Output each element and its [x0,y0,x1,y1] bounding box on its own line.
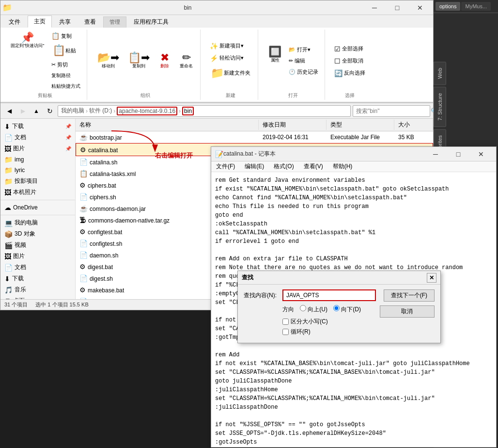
path-pc: 我的电脑 [61,107,84,115]
new-item-button[interactable]: ✨新建项目▾ [207,41,246,51]
ribbon-group-new: ✨新建项目▾ ⚡轻松访问▾ 📁 新建文件夹 新建 [203,30,258,100]
sidebar-item-download2[interactable]: ⬇ 下载 [0,273,75,284]
pin-button[interactable]: 📌 固定到"快速访问" [7,31,47,50]
search-input[interactable] [356,108,429,114]
sidebar-item-photos[interactable]: 🖼 本机照片 [0,187,75,198]
invert-select-button[interactable]: 🔄反向选择 [332,68,368,79]
move-to-button[interactable]: 📂➡ 移动到 [94,50,123,71]
search-box: 🔍 [353,105,430,117]
tab-apptool[interactable]: 应用程序工具 [127,16,175,28]
rename-button[interactable]: ✏ 重命名 [176,50,196,71]
sidebar-item-pictures2[interactable]: 🖼 图片 [0,251,75,262]
col-date[interactable]: 修改日期 [259,120,327,130]
find-next-button[interactable]: 查找下一个(F) [384,289,435,302]
vtab-web[interactable]: Web [434,62,446,85]
sidebar-item-video[interactable]: 🎬 视频 [0,240,75,251]
find-title-text: 查找 [242,273,253,282]
find-cancel-button[interactable]: 取消 [380,305,435,318]
find-buttons: 查找下一个(F) 取消 [380,289,435,318]
maximize-button[interactable]: □ [386,0,408,15]
edit-button[interactable]: ✏ 编辑 [286,56,321,66]
file-icon: ⚙ [79,181,86,189]
file-row[interactable]: ☕bootstrap.jar 2019-02-04 16:31 Executab… [76,131,433,143]
notepad-menu-edit[interactable]: 编辑(E) [240,161,269,172]
paste-button[interactable]: 📋 粘贴 [49,42,83,59]
direction-label: 方向 [282,305,294,314]
direction-up-radio[interactable] [300,305,306,311]
copy-path-button[interactable]: 复制路径 [49,71,83,80]
delete-button[interactable]: ✖ 删除 [155,50,174,71]
sidebar-item-desktop[interactable]: 🖥 桌面 [0,295,75,299]
notepad-maximize[interactable]: □ [447,147,469,161]
find-search-input[interactable] [282,289,376,301]
direction-down-radio[interactable] [333,305,340,311]
sidebar-item-lyric[interactable]: 📁 lyric [0,165,75,176]
notepad-close[interactable]: ✕ [470,147,492,161]
sidebar-item-projects[interactable]: 📁 投影项目 [0,176,75,187]
refresh-button[interactable]: ↻ [44,105,56,117]
select-all-button[interactable]: ☑全部选择 [332,44,366,54]
history-button[interactable]: 🕐 历史记录 [286,67,321,77]
col-name[interactable]: 名称 [76,120,259,130]
top-tabs: options MyMus... [434,0,498,13]
sidebar-item-docs[interactable]: 📄 文档 📌 [0,132,75,143]
tab-file[interactable]: 文件 [2,16,27,28]
easy-access-button[interactable]: ⚡轻松访问▾ [207,53,246,64]
notepad-menu-help[interactable]: 帮助(H) [328,161,358,172]
tab-share[interactable]: 共享 [53,16,77,28]
cut-button[interactable]: ✂ 剪切 [49,60,83,70]
close-button[interactable]: ✕ [409,0,431,15]
deselect-all-button[interactable]: ☐全部取消 [332,56,366,66]
copy-button[interactable]: 📋复制 [49,31,83,41]
find-close-button[interactable]: ✕ [427,273,436,283]
tab-home[interactable]: 主页 [28,16,52,28]
col-size[interactable]: 大小 [394,120,433,130]
notepad-menu-file[interactable]: 文件(F) [211,161,240,172]
pin-icon-pics[interactable]: 📌 [65,146,71,151]
sidebar-item-onedrive[interactable]: ☁ OneDrive [0,202,75,213]
open-button[interactable]: 📂 打开▾ [286,45,321,55]
forward-button[interactable]: ▶ [17,105,29,117]
pin-icon-docs[interactable]: 📌 [65,135,71,140]
new-folder-button[interactable]: 📁 新建文件夹 [207,65,254,81]
col-type[interactable]: 类型 [327,120,394,130]
tab-view[interactable]: 查看 [78,16,102,28]
sidebar-item-img[interactable]: 📁 img [0,154,75,165]
sidebar-item-music[interactable]: 🎵 音乐 [0,284,75,295]
projects-icon: 📁 [4,177,13,185]
sidebar-item-mypc[interactable]: 💻 我的电脑 [0,217,75,228]
tab-manage[interactable]: 管理 [103,16,126,28]
sidebar-item-docs2[interactable]: 📄 文档 [0,262,75,273]
paste-shortcut-button[interactable]: 粘贴快捷方式 [49,81,83,91]
path-tomcat: apache-tomcat-9.0.16 [117,107,177,115]
file-size: 35 KB [394,133,433,142]
title-bar-icons: 📁 [2,3,12,12]
sidebar-item-3d[interactable]: 📦 3D 对象 [0,228,75,240]
pin-icon[interactable]: 📌 [65,124,71,129]
minimize-button[interactable]: ─ [363,0,386,15]
case-check-row: 区分大小写(C) [282,318,376,326]
sidebar-item-download[interactable]: ⬇ 下载 📌 [0,121,75,132]
case-checkbox[interactable] [282,319,289,325]
tab-mymusic[interactable]: MyMus... [461,2,491,11]
up-button[interactable]: ▲ [31,105,42,117]
lyric-icon: 📁 [4,166,13,174]
docs2-icon: 📄 [4,264,13,272]
notepad-minimize[interactable]: ─ [424,147,447,161]
tab-options[interactable]: options [436,2,460,11]
loop-checkbox[interactable] [282,329,289,335]
notepad-menu-format[interactable]: 格式(O) [269,161,298,172]
sidebar-divider [0,200,75,200]
notepad-menu-view[interactable]: 查看(V) [299,161,328,172]
copy-to-button[interactable]: 📋➡ 复制到 [124,50,153,71]
vtab-structure[interactable]: 7: Structure [434,87,446,127]
ribbon-content: 📌 固定到"快速访问" 📋复制 📋 粘贴 [0,28,433,103]
address-path[interactable]: 我的电脑 › 软件 (D:) › apache-tomcat-9.0.16 › … [58,105,351,117]
properties-button[interactable]: 🔲 属性 [265,45,285,65]
file-icon: 📄 [79,158,88,166]
file-type: Executable Jar File [327,133,394,142]
sidebar-item-pics[interactable]: 🖼 图片 📌 [0,143,75,154]
file-icon: 📄 [79,193,88,201]
find-search-row: 查找内容(N): [244,289,376,301]
back-button[interactable]: ◀ [3,105,15,117]
